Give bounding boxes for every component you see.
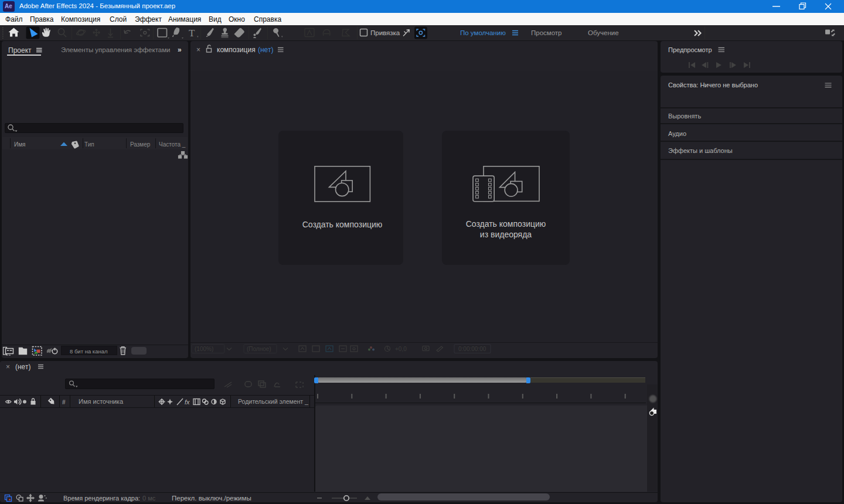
svg-text:Обучение: Обучение (588, 29, 619, 36)
svg-text:+0,0: +0,0 (395, 346, 407, 352)
svg-text:fx: fx (185, 399, 190, 406)
svg-text:Привязка: Привязка (370, 29, 400, 36)
svg-text:0:00:00:00: 0:00:00:00 (458, 346, 486, 352)
svg-text:По умолчанию: По умолчанию (460, 29, 506, 36)
svg-text:#: # (62, 399, 66, 406)
svg-text:(Полное): (Полное) (247, 346, 271, 352)
svg-text:Просмотр: Просмотр (531, 29, 562, 36)
svg-text:T: T (189, 28, 195, 39)
svg-text:(100%): (100%) (195, 346, 213, 352)
